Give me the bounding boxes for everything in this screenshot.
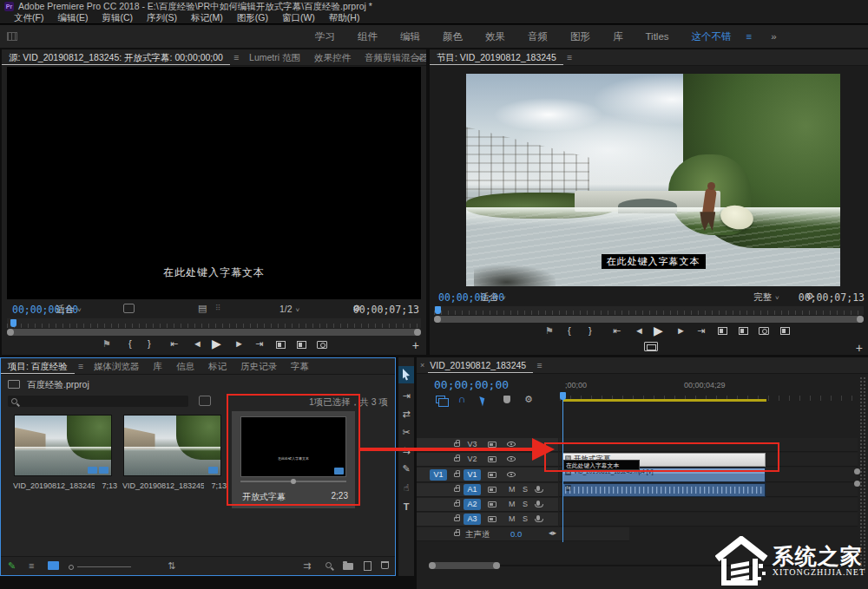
track-header-v1[interactable]: V1 V1 — [417, 468, 558, 482]
tab-captions[interactable]: 字幕 — [284, 358, 316, 375]
track-output-eye-icon[interactable] — [507, 442, 516, 447]
sync-track-icon[interactable] — [488, 516, 496, 522]
voiceover-mic-icon[interactable] — [536, 515, 540, 520]
program-resolution-select[interactable]: 完整˅ — [753, 291, 779, 304]
menu-help[interactable]: 帮助(H) — [322, 12, 367, 24]
tab-project[interactable]: 项目: 百度经验 — [1, 358, 75, 375]
play-icon[interactable]: ▶ — [212, 337, 221, 350]
tab-source-monitor[interactable]: 源: VID_20190812_183245: 开放式字幕: 00;00;00;… — [2, 49, 230, 66]
tab-history[interactable]: 历史记录 — [233, 358, 284, 375]
workspace-tab-titles[interactable]: Titles — [635, 31, 681, 42]
mute-button[interactable]: M — [509, 485, 516, 494]
go-to-out-icon[interactable]: ⇥ — [697, 325, 705, 337]
program-video-preview[interactable]: 在此处键入字幕文本 — [466, 74, 840, 286]
mute-button[interactable]: M — [509, 500, 516, 508]
menu-file[interactable]: 文件(F) — [7, 12, 50, 24]
workspace-tab-learning[interactable]: 学习 — [304, 30, 346, 43]
source-safe-margins-icon[interactable] — [123, 304, 135, 313]
zoom-slider-handle[interactable] — [69, 565, 74, 570]
lift-icon[interactable] — [718, 327, 727, 335]
scrollbar-grip-left[interactable] — [7, 329, 14, 336]
track-scroll-grip[interactable] — [854, 468, 860, 474]
project-writable-icon[interactable]: ✎ — [8, 560, 16, 572]
list-view-icon[interactable]: ≡ — [29, 560, 34, 571]
tab-sequence[interactable]: VID_20190812_183245 — [428, 357, 533, 374]
button-editor-plus-icon[interactable]: + — [856, 341, 863, 355]
sync-track-icon[interactable] — [488, 456, 496, 462]
track-lane-a2[interactable] — [559, 498, 858, 512]
sync-track-icon[interactable] — [488, 442, 496, 448]
mute-button[interactable]: M — [509, 514, 516, 523]
source-zoom-scrollbar[interactable] — [7, 329, 421, 336]
project-item-name[interactable]: VID_20190812_183245 — [122, 481, 204, 490]
program-playhead[interactable] — [435, 306, 441, 314]
comparison-view-icon[interactable] — [644, 342, 658, 351]
project-panel-menu-icon[interactable]: ≡ — [75, 361, 87, 371]
search-input[interactable] — [8, 396, 188, 407]
menu-markers[interactable]: 标记(M) — [184, 12, 230, 24]
track-scroll-grip[interactable] — [854, 481, 860, 487]
workspace-tab-effects[interactable]: 效果 — [474, 30, 516, 43]
program-time-ruler[interactable] — [434, 306, 864, 315]
track-lane-a3[interactable] — [559, 513, 858, 527]
tab-audio-clip-mixer[interactable]: 音频剪辑混合器: 开放式字幕 — [358, 49, 426, 66]
new-item-icon[interactable] — [364, 561, 372, 571]
button-editor-plus-icon[interactable]: + — [412, 338, 419, 352]
voiceover-mic-icon[interactable] — [536, 486, 540, 491]
mark-in-icon[interactable]: { — [568, 325, 571, 336]
program-zoom-select[interactable]: 适合˅ — [480, 291, 506, 304]
program-panel-menu-icon[interactable]: ≡ — [563, 52, 575, 62]
icon-view-icon[interactable] — [48, 561, 59, 570]
source-zoom-select[interactable]: 适合˅ — [56, 304, 82, 316]
workspace-grid-icon[interactable] — [7, 32, 17, 41]
workspace-tab-graphics[interactable]: 图形 — [559, 30, 602, 43]
menu-edit[interactable]: 编辑(E) — [50, 12, 95, 24]
play-icon[interactable]: ▶ — [654, 324, 663, 337]
close-icon[interactable]: × — [417, 361, 428, 370]
linked-selection-icon[interactable] — [479, 396, 486, 407]
sync-track-icon[interactable] — [488, 472, 496, 478]
delete-icon[interactable] — [381, 561, 389, 569]
scrollbar-grip-left[interactable] — [434, 316, 441, 323]
selection-tool-active[interactable] — [398, 366, 414, 383]
menu-clip[interactable]: 剪辑(C) — [95, 12, 140, 24]
pen-tool[interactable]: ✎ — [398, 463, 414, 474]
source-time-ruler[interactable] — [7, 318, 421, 328]
add-marker-icon[interactable]: ⚑ — [102, 338, 111, 350]
project-item-video[interactable]: VID_20190812_183245.mp4 7;13 — [10, 412, 117, 495]
source-tab-overflow-icon[interactable]: » — [417, 49, 422, 66]
tab-markers[interactable]: 标记 — [201, 358, 233, 375]
tab-info[interactable]: 信息 — [169, 358, 201, 375]
new-bin-icon[interactable] — [343, 563, 353, 570]
project-item-sequence[interactable]: VID_20190812_183245 7;13 — [119, 412, 227, 495]
automate-to-sequence-icon[interactable]: ⇉ — [303, 560, 311, 572]
workspace-overflow-icon[interactable]: » — [755, 31, 792, 42]
source-panel-menu-icon[interactable]: ≡ — [230, 52, 242, 62]
sort-icon[interactable]: ⇅ — [168, 560, 175, 572]
audio-clip[interactable]: fx — [562, 483, 766, 497]
scrollbar-grip-right[interactable] — [493, 562, 500, 569]
step-forward-icon[interactable]: ► — [676, 325, 686, 336]
project-item-name[interactable]: VID_20190812_183245.mp4 — [13, 481, 95, 490]
export-frame-icon[interactable] — [317, 341, 327, 349]
program-zoom-scrollbar[interactable] — [434, 316, 864, 323]
step-back-icon[interactable]: ◄ — [193, 338, 202, 349]
track-output-eye-icon[interactable] — [507, 472, 516, 477]
hand-tool[interactable]: ☝ — [398, 482, 414, 494]
timeline-current-timecode[interactable]: 00;00;00;00 — [434, 378, 509, 391]
sync-track-icon[interactable] — [488, 487, 496, 493]
source-video-preview[interactable]: 在此处键入字幕文本 — [7, 67, 421, 299]
timeline-playhead-head[interactable] — [560, 392, 566, 400]
go-to-out-icon[interactable]: ⇥ — [255, 338, 263, 350]
workspace-tab-editing[interactable]: 编辑 — [389, 30, 431, 43]
tab-program-monitor[interactable]: 节目: VID_20190812_183245 — [430, 49, 563, 66]
menu-sequence[interactable]: 序列(S) — [140, 12, 184, 24]
track-name[interactable]: A2 — [464, 499, 481, 510]
workspace-tab-audio[interactable]: 音频 — [516, 30, 559, 43]
scrollbar-grip-left[interactable] — [429, 562, 436, 569]
captions-display-icon[interactable]: ▤ — [198, 303, 207, 314]
tab-lumetri-scopes[interactable]: Lumetri 范围 — [242, 49, 307, 66]
source-resolution-select[interactable]: 1/2˅ — [279, 304, 299, 314]
lock-icon[interactable] — [454, 473, 460, 477]
lock-icon[interactable] — [454, 532, 460, 536]
